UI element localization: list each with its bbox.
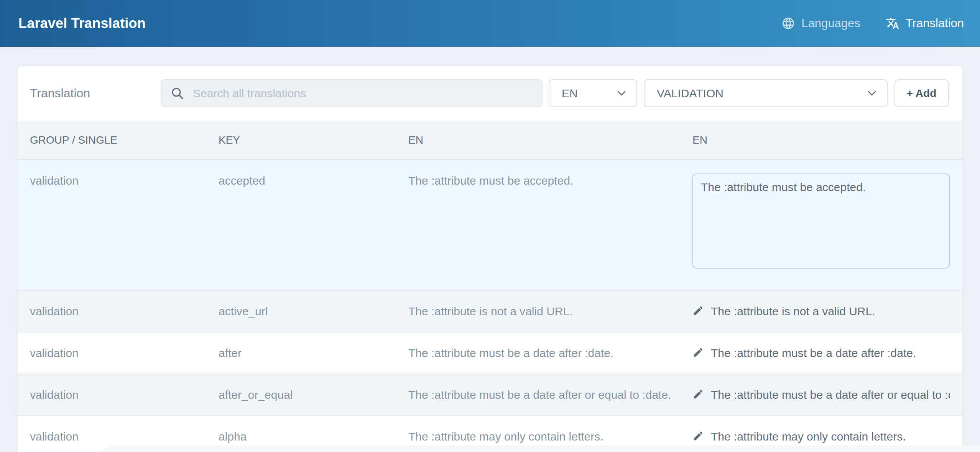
- cell-group: validation: [30, 160, 219, 290]
- app-navbar: Laravel Translation Languages Translatio…: [0, 0, 980, 47]
- table-body: validation accepted The :attribute must …: [18, 160, 962, 452]
- column-header-source: EN: [408, 121, 692, 159]
- cell-group: validation: [30, 291, 219, 332]
- pencil-icon: [692, 430, 704, 442]
- cell-translation: The :attribute is not a valid URL.: [692, 291, 950, 332]
- group-select-value: VALIDATION: [657, 87, 723, 100]
- pencil-icon: [692, 347, 704, 358]
- translation-text: The :attribute is not a valid URL.: [711, 303, 875, 320]
- cell-source: The :attribute may only contain letters.: [408, 416, 692, 452]
- cell-source: The :attribute must be a date after :dat…: [408, 332, 692, 373]
- translation-card: Translation EN VALIDATION + Add GROUP / …: [18, 66, 962, 452]
- card-heading: Translation: [30, 86, 161, 100]
- navbar-menu: Languages Translation: [781, 16, 964, 30]
- language-select[interactable]: EN: [549, 79, 637, 107]
- pencil-icon: [692, 305, 704, 316]
- translation-display[interactable]: The :attribute must be a date after :dat…: [692, 345, 950, 362]
- nav-item-label: Translation: [906, 16, 964, 30]
- translation-text: The :attribute must be a date after or e…: [711, 386, 950, 403]
- cell-source: The :attribute is not a valid URL.: [408, 291, 692, 332]
- translation-display[interactable]: The :attribute must be a date after or e…: [692, 386, 950, 403]
- table-row: validation alpha The :attribute may only…: [18, 415, 962, 452]
- cell-key: after: [219, 332, 408, 373]
- cell-key: active_url: [219, 291, 408, 332]
- table-row: validation active_url The :attribute is …: [18, 290, 962, 332]
- chevron-down-icon: [617, 91, 626, 96]
- translation-text: The :attribute must be a date after :dat…: [711, 345, 916, 362]
- search-icon: [171, 87, 184, 100]
- cell-source: The :attribute must be a date after or e…: [408, 374, 692, 415]
- table-row: validation after The :attribute must be …: [18, 332, 962, 373]
- table-row: validation accepted The :attribute must …: [18, 160, 962, 290]
- cell-key: after_or_equal: [219, 374, 408, 415]
- card-toolbar: Translation EN VALIDATION + Add: [18, 66, 962, 121]
- content: Translation EN VALIDATION + Add GROUP / …: [0, 66, 980, 452]
- column-header-key: KEY: [219, 121, 408, 159]
- nav-item-label: Languages: [801, 16, 860, 30]
- translation-display[interactable]: The :attribute is not a valid URL.: [692, 303, 950, 320]
- cell-key: alpha: [219, 416, 408, 452]
- cell-key: accepted: [219, 160, 408, 290]
- column-header-target: EN: [692, 121, 950, 159]
- group-select[interactable]: VALIDATION: [644, 79, 888, 107]
- cell-translation: The :attribute may only contain letters.: [692, 416, 950, 452]
- translate-icon: [886, 16, 899, 30]
- app-title: Laravel Translation: [18, 15, 146, 31]
- language-select-value: EN: [562, 87, 578, 100]
- translation-textarea[interactable]: [692, 174, 950, 269]
- translation-text: The :attribute may only contain letters.: [711, 428, 906, 445]
- search-input[interactable]: [193, 80, 533, 106]
- cell-group: validation: [30, 332, 219, 373]
- cell-source: The :attribute must be accepted.: [408, 160, 692, 290]
- pencil-icon: [692, 388, 704, 400]
- table-header: GROUP / SINGLE KEY EN EN: [18, 121, 962, 160]
- cell-group: validation: [30, 374, 219, 415]
- cell-translation: The :attribute must be a date after :dat…: [692, 332, 950, 373]
- nav-item-translation[interactable]: Translation: [886, 16, 964, 30]
- translations-table: GROUP / SINGLE KEY EN EN validation acce…: [18, 121, 962, 452]
- column-header-group: GROUP / SINGLE: [30, 121, 219, 159]
- nav-item-languages[interactable]: Languages: [781, 16, 860, 30]
- translation-display[interactable]: The :attribute may only contain letters.: [692, 428, 950, 445]
- globe-icon: [781, 16, 795, 30]
- chevron-down-icon: [868, 91, 876, 96]
- search-box: [161, 79, 543, 107]
- cell-group: validation: [30, 416, 219, 452]
- cell-translation: The :attribute must be a date after or e…: [692, 374, 950, 415]
- add-button[interactable]: + Add: [894, 79, 949, 107]
- table-row: validation after_or_equal The :attribute…: [18, 373, 962, 415]
- cell-translation: The :attribute must be accepted.: [692, 160, 950, 290]
